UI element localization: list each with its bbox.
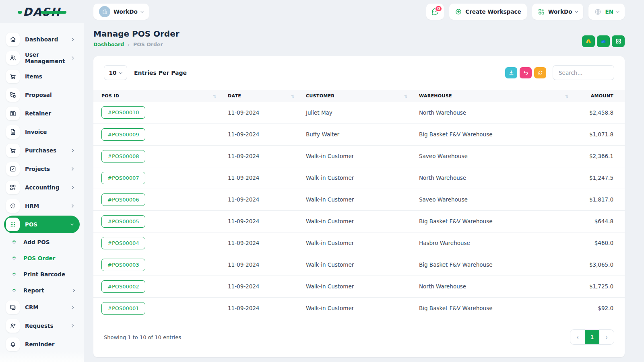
customer-cell: Buffy Walter	[298, 123, 411, 145]
sort-icon[interactable]: ⇅	[291, 94, 295, 99]
amount-cell: $1,071.8	[572, 123, 625, 145]
brand-logo[interactable]: DASH	[0, 6, 84, 18]
square-check-icon	[6, 162, 20, 176]
workspace-selector[interactable]: WorkDo	[93, 4, 149, 20]
messages-button[interactable]: 0	[426, 4, 444, 20]
sidebar-item-user-management[interactable]: User Management	[4, 49, 80, 67]
sidebar-item-items[interactable]: Items	[4, 68, 80, 85]
pos-id-link[interactable]: #POS00003	[101, 259, 145, 271]
pos-id-link[interactable]: #POS00005	[101, 215, 145, 228]
amount-cell: $1,247.5	[572, 167, 625, 189]
date-cell: 11-09-2024	[220, 297, 298, 319]
warehouse-cell: Big Basket F&V Warehouse	[411, 123, 572, 145]
reset-button[interactable]	[520, 67, 532, 78]
sidebar-item-invoice[interactable]: Invoice	[4, 123, 80, 141]
warehouse-cell: Big Basket F&V Warehouse	[411, 254, 572, 276]
entries-per-page-select[interactable]: 10	[104, 65, 127, 80]
building-icon	[101, 8, 108, 15]
google-drive-button[interactable]	[582, 35, 595, 47]
pos-id-link[interactable]: #POS00007	[101, 172, 145, 184]
target-icon	[6, 199, 20, 213]
sidebar-item-reminder[interactable]: Reminder	[4, 335, 80, 353]
sidebar-subitem-print-barcode[interactable]: Print Barcode	[4, 266, 80, 282]
proposal-icon	[6, 88, 20, 102]
sidebar-subitem-pos-order[interactable]: POS Order	[4, 250, 80, 266]
sidebar-item-pos[interactable]: POS	[4, 216, 80, 233]
sidebar-item-projects[interactable]: Projects	[4, 160, 80, 178]
date-cell: 11-09-2024	[220, 145, 298, 167]
search-input[interactable]	[553, 65, 614, 80]
showing-entries-text: Showing 1 to 10 of 10 entries	[104, 334, 181, 340]
customer-cell: Walk-in Customer	[298, 189, 411, 210]
create-workspace-button[interactable]: Create Workspace	[449, 4, 526, 20]
customer-cell: Walk-in Customer	[298, 145, 411, 167]
invoice-icon	[6, 125, 20, 139]
language-code: EN	[605, 8, 613, 15]
chevron-down-icon	[140, 9, 144, 12]
amount-cell: $644.8	[572, 210, 625, 232]
pos-id-link[interactable]: #POS00010	[101, 106, 145, 119]
onedrive-button[interactable]	[597, 35, 610, 47]
column-header-amount[interactable]: AMOUNT	[572, 90, 625, 102]
column-header-warehouse[interactable]: WAREHOUSE⇅	[411, 90, 572, 102]
sidebar-item-requests[interactable]: Requests	[4, 317, 80, 335]
sidebar-item-proposal[interactable]: Proposal	[4, 86, 80, 104]
export-button[interactable]	[505, 67, 517, 78]
warehouse-cell: North Warehouse	[411, 276, 572, 297]
bullet-icon	[12, 288, 16, 292]
onedrive-icon	[600, 38, 607, 45]
warehouse-cell: Hasbro Warehouse	[411, 232, 572, 254]
sort-icon[interactable]: ⇅	[404, 94, 408, 99]
pagination-prev-button[interactable]: ‹	[570, 330, 585, 344]
date-cell: 11-09-2024	[220, 210, 298, 232]
breadcrumb-dashboard-link[interactable]: Dashboard	[93, 41, 124, 47]
date-cell: 11-09-2024	[220, 167, 298, 189]
pos-id-link[interactable]: #POS00006	[101, 193, 145, 206]
globe-icon	[594, 8, 602, 16]
sidebar-item-accounting[interactable]: Accounting	[4, 179, 80, 196]
date-cell: 11-09-2024	[220, 189, 298, 210]
date-cell: 11-09-2024	[220, 232, 298, 254]
pos-id-link[interactable]: #POS00004	[101, 237, 145, 249]
workspace-name: WorkDo	[114, 8, 138, 15]
chevron-down-icon	[616, 9, 619, 12]
customer-cell: Walk-in Customer	[298, 276, 411, 297]
table-row: #POS00006 11-09-2024 Walk-in Customer Sa…	[93, 189, 625, 210]
refresh-button[interactable]	[534, 67, 546, 78]
bell-icon	[6, 337, 20, 351]
sidebar-item-hrm[interactable]: HRM	[4, 197, 80, 215]
sidebar-item-crm[interactable]: CRM	[4, 298, 80, 316]
chevron-right-icon	[70, 149, 74, 152]
table-row: #POS00007 11-09-2024 Walk-in Customer No…	[93, 167, 625, 189]
column-header-pos-id[interactable]: POS ID⇅	[93, 90, 220, 102]
language-selector[interactable]: EN	[588, 4, 625, 20]
pos-id-link[interactable]: #POS00008	[101, 150, 145, 162]
grid-icon	[615, 38, 621, 44]
pagination-next-button[interactable]: ›	[599, 330, 614, 344]
pos-id-link[interactable]: #POS00001	[101, 302, 145, 315]
column-header-customer[interactable]: CUSTOMER⇅	[298, 90, 411, 102]
chevron-right-icon	[72, 289, 75, 292]
workdo-menu-button[interactable]: WorkDo	[532, 4, 584, 20]
grid-view-button[interactable]	[612, 35, 625, 47]
pos-id-link[interactable]: #POS00002	[101, 280, 145, 293]
pagination-page-1[interactable]: 1	[585, 330, 599, 344]
logo-accent-bar	[41, 11, 66, 14]
sidebar-subitem-report[interactable]: Report	[4, 282, 80, 298]
date-cell: 11-09-2024	[220, 254, 298, 276]
sidebar-subitem-add-pos[interactable]: Add POS	[4, 234, 80, 250]
sort-icon[interactable]: ⇅	[213, 94, 217, 99]
bullet-icon	[12, 256, 16, 260]
page-title: Manage POS Order	[93, 29, 180, 39]
sidebar-item-dashboard[interactable]: Dashboard	[4, 31, 80, 48]
chevron-right-icon	[70, 186, 74, 189]
table-row: #POS00009 11-09-2024 Buffy Walter Big Ba…	[93, 123, 625, 145]
crm-icon	[6, 300, 20, 314]
sidebar-item-purchases[interactable]: Purchases	[4, 142, 80, 159]
table-header-row: POS ID⇅ DATE⇅ CUSTOMER⇅ WAREHOUSE⇅ AMOUN…	[93, 90, 625, 102]
sort-icon[interactable]: ⇅	[565, 94, 569, 99]
column-header-date[interactable]: DATE⇅	[220, 90, 298, 102]
sidebar-item-retainer[interactable]: Retainer	[4, 105, 80, 122]
table-row: #POS00005 11-09-2024 Walk-in Customer Bi…	[93, 210, 625, 232]
pos-id-link[interactable]: #POS00009	[101, 128, 145, 141]
